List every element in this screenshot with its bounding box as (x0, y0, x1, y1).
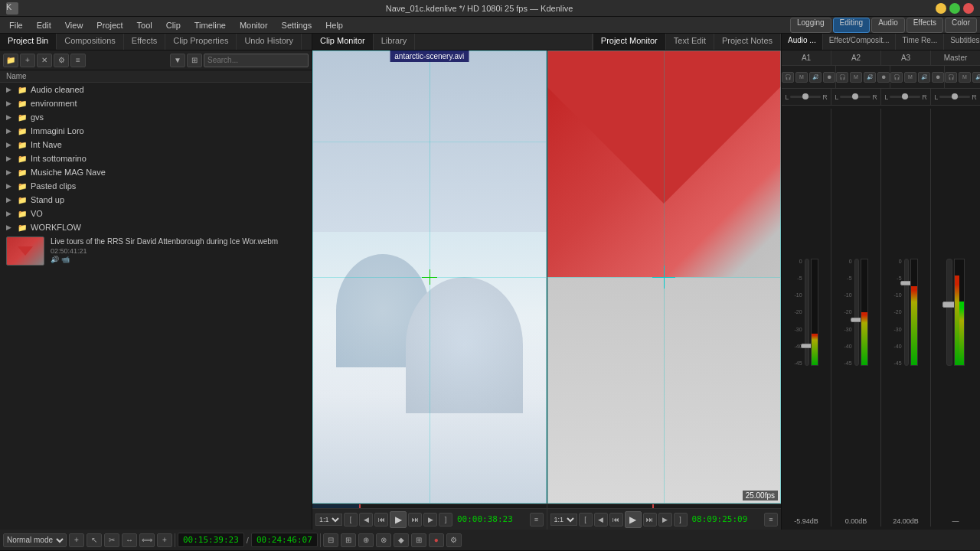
menu-project[interactable]: Project (90, 19, 129, 31)
menu-file[interactable]: File (3, 19, 29, 31)
tl-add-track-btn[interactable]: + (69, 533, 84, 547)
search-input[interactable] (204, 54, 309, 67)
clip-options-btn[interactable]: ≡ (530, 513, 544, 527)
tab-project-notes[interactable]: Project Notes (714, 34, 781, 50)
list-item[interactable]: ▶ 📁 VO (0, 207, 312, 220)
tl-extract-btn[interactable]: ⊟ (323, 533, 338, 547)
bin-new-folder-btn[interactable]: 📁 (3, 54, 18, 67)
tab-clip-monitor[interactable]: Clip Monitor (312, 34, 374, 50)
proj-zoom-select[interactable]: 1:1 (550, 514, 577, 526)
list-item[interactable]: ▶ 📁 Pasted clips (0, 179, 312, 193)
proj-play-btn[interactable]: ▶ (625, 511, 642, 528)
proj-mark-out[interactable]: ] (674, 513, 688, 527)
menu-help[interactable]: Help (319, 19, 349, 31)
tl-overwrite-btn[interactable]: ⊗ (376, 533, 391, 547)
tab-library[interactable]: Library (374, 34, 416, 50)
tab-project-bin[interactable]: Project Bin (0, 34, 57, 50)
maximize-button[interactable] (949, 3, 960, 14)
proj-step-fwd[interactable]: ⏭ (643, 513, 657, 527)
clip-step-back[interactable]: ⏮ (374, 513, 388, 527)
ch-master-pan-slider[interactable] (939, 96, 970, 98)
ch-a3-solo[interactable]: 🔊 (918, 72, 930, 83)
proj-next-frame[interactable]: ▶ (658, 513, 672, 527)
list-item[interactable]: ▶ 📁 WORKFLOW (0, 220, 312, 234)
ch-a1-solo[interactable]: 🔊 (809, 72, 822, 83)
tl-rec-btn[interactable]: ● (429, 533, 444, 547)
menu-tool[interactable]: Tool (131, 19, 158, 31)
tab-clip-properties[interactable]: Clip Properties (165, 34, 237, 50)
ch-a3-fader-track[interactable] (904, 259, 909, 366)
ch-master-mute[interactable]: M (959, 72, 971, 83)
tab-audio-mixer[interactable]: Audio ... (782, 34, 823, 50)
ch-a1-mute[interactable]: M (795, 72, 808, 83)
clip-mark-out[interactable]: ] (439, 513, 452, 527)
proj-options-btn[interactable]: ≡ (764, 513, 778, 527)
bin-view-btn[interactable]: ⊞ (187, 54, 202, 67)
tl-select-tool[interactable]: ↖ (87, 533, 102, 547)
tl-zoom-in[interactable]: + (157, 533, 172, 547)
ch-a2-pan-slider[interactable] (840, 96, 871, 98)
tl-razor-tool[interactable]: ✂ (104, 533, 119, 547)
tl-slip-tool[interactable]: ↔ (122, 533, 137, 547)
menu-edit[interactable]: Edit (31, 19, 57, 31)
clip-prev-frame[interactable]: ◀ (359, 513, 373, 527)
ch-a3-headphone[interactable]: 🎧 (890, 72, 903, 83)
minimize-button[interactable] (936, 3, 946, 14)
clip-next-frame[interactable]: ▶ (423, 513, 437, 527)
clip-zoom-select[interactable]: 1:1 (315, 514, 342, 526)
bin-add-btn[interactable]: + (20, 54, 35, 67)
list-item[interactable]: ▶ 📁 Immagini Loro (0, 124, 312, 138)
clip-mark-in[interactable]: [ (344, 513, 358, 527)
list-item[interactable]: ▶ 📁 gvs (0, 110, 312, 124)
ch-a1-pan-slider[interactable] (790, 96, 821, 98)
list-item[interactable]: ▶ 📁 Int sottomarino (0, 152, 312, 165)
workspace-color[interactable]: Color (945, 18, 977, 33)
ch-a2-record[interactable]: ⏺ (877, 72, 890, 83)
tab-compositions[interactable]: Compositions (57, 34, 124, 50)
ch-a1-fader-track[interactable] (805, 259, 809, 366)
list-item[interactable]: ▶ 📁 Musiche MAG Nave (0, 165, 312, 179)
menu-view[interactable]: View (59, 19, 90, 31)
tl-lift-btn[interactable]: ⊞ (341, 533, 356, 547)
tab-effect-composit[interactable]: Effect/Composit... (823, 34, 897, 50)
tl-timecode-out[interactable]: 00:24:46:07 (251, 533, 318, 547)
menu-timeline[interactable]: Timeline (188, 19, 232, 31)
tab-subtitles[interactable]: Subtitles (944, 34, 980, 50)
bin-filter-btn[interactable]: ▼ (170, 54, 185, 67)
ch-master-headphone[interactable]: 🎧 (945, 72, 957, 83)
tl-spacer-tool[interactable]: ⟺ (139, 533, 155, 547)
tab-time-remap[interactable]: Time Re... (896, 34, 944, 50)
tl-snap-btn[interactable]: ⊞ (411, 533, 426, 547)
bin-delete-btn[interactable]: ✕ (37, 54, 52, 67)
list-item[interactable]: ▶ 📁 environment (0, 96, 312, 110)
workspace-audio[interactable]: Audio (871, 18, 905, 33)
tl-insert-btn[interactable]: ⊕ (358, 533, 374, 547)
workspace-logging[interactable]: Logging (790, 18, 831, 33)
tab-effects[interactable]: Effects (124, 34, 165, 50)
list-item[interactable]: ▶ 📁 Stand up (0, 193, 312, 207)
timeline-mode-select[interactable]: Normal mode (3, 533, 67, 547)
clip-step-fwd[interactable]: ⏭ (408, 513, 422, 527)
ch-master-fader-track[interactable] (946, 259, 952, 366)
ch-a3-pan-slider[interactable] (890, 96, 920, 98)
menu-clip[interactable]: Clip (160, 19, 187, 31)
workspace-editing[interactable]: Editing (833, 18, 871, 33)
list-item[interactable]: Live tours of the RRS Sir David Attenbor… (0, 234, 312, 268)
workspace-effects[interactable]: Effects (906, 18, 943, 33)
tab-undo-history[interactable]: Undo History (237, 34, 302, 50)
menu-monitor[interactable]: Monitor (234, 19, 274, 31)
project-monitor-display[interactable]: 25.00fps (547, 51, 782, 504)
clip-play-btn[interactable]: ▶ (390, 511, 407, 528)
clip-monitor-display[interactable]: antarctic-scenery.avi (312, 51, 547, 504)
ch-a2-mute[interactable]: M (850, 72, 862, 83)
tab-project-monitor[interactable]: Project Monitor (593, 34, 666, 50)
bin-menu-btn[interactable]: ≡ (70, 54, 86, 67)
list-item[interactable]: ▶ 📁 Audio cleaned (0, 83, 312, 96)
list-item[interactable]: ▶ 📁 Int Nave (0, 138, 312, 152)
close-button[interactable] (963, 3, 974, 14)
proj-prev-frame[interactable]: ◀ (594, 513, 608, 527)
ch-a3-mute[interactable]: M (904, 72, 916, 83)
tab-text-edit[interactable]: Text Edit (666, 34, 714, 50)
ch-a1-headphone[interactable]: 🎧 (782, 72, 794, 83)
ch-master-solo[interactable]: 🔊 (972, 72, 980, 83)
